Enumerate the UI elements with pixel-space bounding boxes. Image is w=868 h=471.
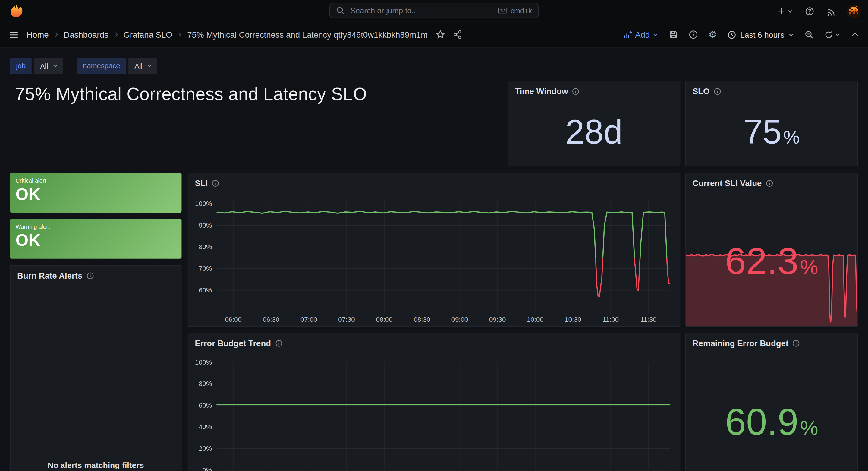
svg-text:09:00: 09:00 xyxy=(452,316,468,323)
collapse-toolbar-button[interactable] xyxy=(851,30,859,39)
help-button[interactable] xyxy=(805,6,814,16)
svg-text:90%: 90% xyxy=(198,222,212,229)
svg-text:10:00: 10:00 xyxy=(527,316,544,323)
chevron-down-icon xyxy=(652,32,658,37)
news-button[interactable] xyxy=(826,6,835,16)
panel-title: SLO xyxy=(692,87,710,96)
chevron-right-icon xyxy=(53,32,59,38)
variable-job-select[interactable]: All xyxy=(34,58,63,74)
save-dashboard-button[interactable] xyxy=(669,30,678,39)
panel-critical-alert[interactable]: Critical alert OK xyxy=(10,173,181,213)
search-icon xyxy=(336,6,345,15)
user-avatar[interactable] xyxy=(847,4,861,18)
svg-text:11:00: 11:00 xyxy=(603,316,619,323)
time-window-value: 28d xyxy=(508,115,680,149)
info-icon[interactable] xyxy=(792,339,800,347)
svg-text:08:30: 08:30 xyxy=(414,316,430,323)
breadcrumb-dashboards[interactable]: Dashboards xyxy=(64,30,108,39)
favorite-button[interactable] xyxy=(435,30,445,39)
info-icon[interactable] xyxy=(86,272,94,279)
refresh-button[interactable] xyxy=(824,30,840,39)
info-icon[interactable] xyxy=(766,179,773,187)
time-range-label: Last 6 hours xyxy=(740,30,784,39)
info-icon[interactable] xyxy=(572,87,580,95)
svg-text:09:30: 09:30 xyxy=(489,316,506,323)
panel-time-window: Time Window 28d xyxy=(507,81,680,166)
toolbar-actions: Add ⚙ La xyxy=(624,30,859,39)
svg-text:80%: 80% xyxy=(198,243,212,251)
chevron-down-icon xyxy=(147,63,153,68)
clock-icon xyxy=(727,30,736,39)
svg-text:0%: 0% xyxy=(203,467,212,471)
variable-job-value: All xyxy=(40,62,48,70)
dashboard-toolbar: Home Dashboards Grafana SLO 75% Mythical… xyxy=(0,22,868,47)
panel-title: Burn Rate Alerts xyxy=(17,271,82,280)
add-button[interactable]: Add xyxy=(624,30,658,39)
breadcrumb-folder[interactable]: Grafana SLO xyxy=(123,30,172,39)
grafana-dashboard: cmd+k xyxy=(0,0,868,471)
share-icon xyxy=(453,30,462,39)
chevron-down-icon xyxy=(835,32,840,37)
chevron-up-icon xyxy=(851,30,859,39)
refresh-icon xyxy=(824,30,833,39)
plus-icon xyxy=(777,7,785,16)
panel-sli: SLI 06:0006:3007:0007:3008:0008:3009:000… xyxy=(188,173,681,327)
share-button[interactable] xyxy=(453,30,462,39)
top-bar: cmd+k xyxy=(0,0,868,22)
slo-value: 75% xyxy=(686,115,858,149)
info-icon[interactable] xyxy=(275,339,283,347)
topbar-actions xyxy=(777,0,861,22)
panel-title: SLI xyxy=(195,178,208,187)
zoom-out-button[interactable] xyxy=(804,30,814,39)
svg-text:06:00: 06:00 xyxy=(225,316,242,323)
svg-text:80%: 80% xyxy=(198,380,212,387)
breadcrumb-home[interactable]: Home xyxy=(27,30,49,39)
template-variables: job All namespace All xyxy=(10,58,157,74)
svg-text:70%: 70% xyxy=(198,265,212,272)
svg-text:11:30: 11:30 xyxy=(641,316,657,323)
time-range-picker[interactable]: Last 6 hours xyxy=(727,30,794,39)
panel-remaining-error-budget: Remaining Error Budget 60.9% xyxy=(685,333,858,471)
panel-burn-rate-alerts: Burn Rate Alerts No alerts matching filt… xyxy=(10,265,181,471)
add-button-label: Add xyxy=(635,30,650,39)
svg-text:08:00: 08:00 xyxy=(376,316,393,323)
error-budget-chart[interactable]: 06:0006:3007:0007:3008:0008:3009:0009:30… xyxy=(188,333,680,471)
dashboard-settings-button[interactable]: ⚙ xyxy=(709,30,717,39)
new-button[interactable] xyxy=(777,7,793,16)
variable-namespace-label: namespace xyxy=(77,58,126,74)
panel-slo: SLO 75% xyxy=(685,81,858,166)
hamburger-icon xyxy=(9,30,19,39)
svg-text:100%: 100% xyxy=(195,200,212,207)
info-icon[interactable] xyxy=(212,179,219,187)
avatar-pixel-art xyxy=(847,4,861,18)
rss-icon xyxy=(826,6,835,16)
breadcrumb-current: 75% Mythical Correctness and Latency qtf… xyxy=(187,30,428,39)
info-icon[interactable] xyxy=(713,87,721,95)
keyboard-icon xyxy=(498,6,507,15)
svg-text:60%: 60% xyxy=(198,402,212,409)
chevron-right-icon xyxy=(113,32,119,38)
chevron-right-icon xyxy=(177,32,183,38)
dashboard-insights-button[interactable] xyxy=(689,30,698,39)
grafana-logo-icon[interactable] xyxy=(9,3,24,19)
search-input[interactable] xyxy=(349,5,493,16)
variable-namespace: namespace All xyxy=(77,58,158,74)
alert-label: Critical alert xyxy=(16,177,46,184)
chevron-down-icon xyxy=(788,32,794,37)
shortcut-hint: cmd+k xyxy=(498,6,532,15)
panel-error-budget-trend: Error Budget Trend 06:0006:3007:0007:300… xyxy=(188,333,681,471)
svg-text:20%: 20% xyxy=(198,445,212,452)
variable-job: job All xyxy=(10,58,63,74)
page-title: 75% Mythical Correctness and Latency SLO xyxy=(15,84,367,105)
svg-text:100%: 100% xyxy=(195,358,212,366)
sli-chart[interactable]: 06:0006:3007:0007:3008:0008:3009:0009:30… xyxy=(188,173,680,326)
panel-title: Time Window xyxy=(515,87,568,96)
alert-status: OK xyxy=(16,232,40,249)
panel-warning-alert[interactable]: Warning alert OK xyxy=(10,218,181,258)
search-bar[interactable]: cmd+k xyxy=(330,3,538,18)
variable-namespace-select[interactable]: All xyxy=(128,58,157,74)
save-icon xyxy=(669,30,678,39)
info-circle-icon xyxy=(689,30,698,39)
menu-button[interactable] xyxy=(9,30,19,39)
svg-text:06:30: 06:30 xyxy=(263,316,279,323)
